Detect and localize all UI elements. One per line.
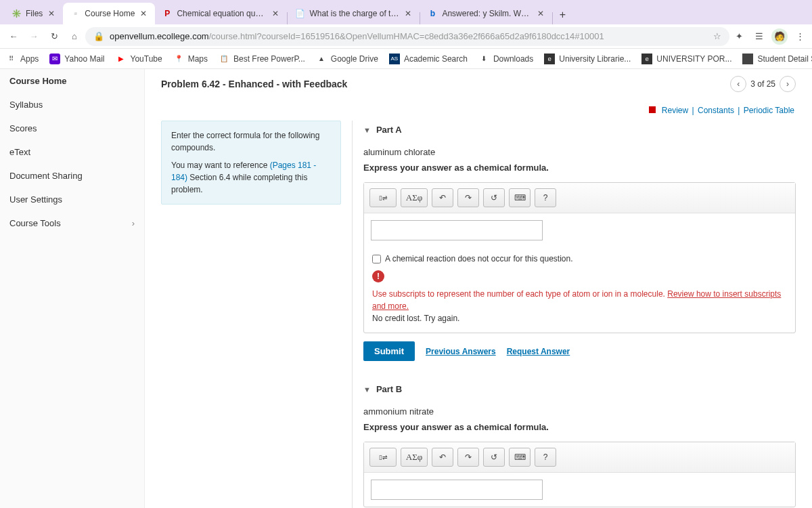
undo-button[interactable]: ↶ bbox=[432, 188, 453, 207]
help-button[interactable]: ? bbox=[535, 448, 556, 467]
keyboard-button[interactable]: ⌨ bbox=[509, 448, 531, 467]
detail-icon: ◼ bbox=[742, 54, 753, 64]
greek-button[interactable]: ΑΣφ bbox=[401, 448, 428, 467]
tab-title: Answered: y Skilm. Whing Dra bbox=[442, 9, 532, 18]
url-text: openvellum.ecollege.com/course.html?cour… bbox=[110, 31, 604, 41]
redo-button[interactable]: ↷ bbox=[457, 448, 479, 467]
search-icon: AS bbox=[389, 54, 400, 64]
keyboard-button[interactable]: ⌨ bbox=[509, 188, 531, 207]
bookmark-item[interactable]: ⬇Downloads bbox=[478, 54, 533, 64]
sidebar-item-scores[interactable]: Scores bbox=[0, 117, 144, 140]
files-icon: ✳️ bbox=[11, 8, 22, 19]
formula-toolbar: ▯⇌ ΑΣφ ↶ ↷ ↺ ⌨ ? bbox=[364, 442, 795, 473]
template-button[interactable]: ▯⇌ bbox=[369, 448, 397, 467]
pearson-icon: P bbox=[162, 8, 173, 19]
yahoo-icon: ✉ bbox=[49, 54, 60, 64]
bookmark-item[interactable]: eUniversity Librarie... bbox=[544, 54, 631, 64]
extensions-icon[interactable]: ✦ bbox=[731, 28, 747, 45]
sidebar-item-user-settings[interactable]: User Settings bbox=[0, 188, 144, 211]
powerp-icon: 📋 bbox=[219, 54, 229, 64]
formula-input[interactable] bbox=[371, 480, 543, 500]
no-reaction-checkbox[interactable] bbox=[372, 255, 381, 263]
browser-tab[interactable]: 📄 What is the charge of the com ✕ bbox=[288, 3, 420, 24]
profile-avatar[interactable]: 🧑 bbox=[771, 28, 788, 45]
template-button[interactable]: ▯⇌ bbox=[369, 188, 397, 207]
part-a: ▼ Part A aluminum chlorate Express your … bbox=[363, 121, 796, 361]
close-icon[interactable]: ✕ bbox=[271, 9, 280, 18]
compound-name: ammonium nitrate bbox=[363, 406, 796, 417]
reset-button[interactable]: ↺ bbox=[483, 448, 505, 467]
close-icon[interactable]: ✕ bbox=[403, 9, 413, 18]
link-periodic-table[interactable]: Periodic Table bbox=[744, 106, 794, 115]
part-a-header[interactable]: ▼ Part A bbox=[363, 121, 796, 139]
reset-button[interactable]: ↺ bbox=[483, 188, 505, 207]
close-icon[interactable]: ✕ bbox=[139, 9, 148, 18]
bookmark-item[interactable]: ▲Google Drive bbox=[316, 54, 378, 64]
sidebar-item-document-sharing[interactable]: Document Sharing bbox=[0, 164, 144, 188]
greek-button[interactable]: ΑΣφ bbox=[401, 188, 428, 207]
formula-toolbar: ▯⇌ ΑΣφ ↶ ↷ ↺ ⌨ ? bbox=[364, 183, 795, 213]
home-button[interactable]: ⌂ bbox=[65, 27, 84, 46]
new-tab-button[interactable]: + bbox=[553, 5, 572, 24]
bookmarks-bar: ⠿Apps ✉Yahoo Mail ▶YouTube 📍Maps 📋Best F… bbox=[0, 49, 812, 69]
back-button[interactable]: ← bbox=[4, 27, 23, 46]
prev-problem-button[interactable]: ‹ bbox=[730, 76, 746, 92]
bookmark-item[interactable]: 📋Best Free PowerP... bbox=[219, 54, 305, 64]
course-icon: ▫️ bbox=[70, 8, 81, 19]
bookmark-apps[interactable]: ⠿Apps bbox=[5, 54, 39, 64]
help-button[interactable]: ? bbox=[535, 188, 556, 207]
sidebar-item-course-tools[interactable]: Course Tools› bbox=[0, 211, 144, 235]
part-label: Part B bbox=[376, 384, 402, 394]
link-review[interactable]: Review bbox=[662, 106, 688, 115]
review-icon bbox=[649, 106, 656, 113]
browser-tab[interactable]: ✳️ Files ✕ bbox=[4, 3, 63, 24]
browser-tab[interactable]: P Chemical equation questions ✕ bbox=[155, 3, 287, 24]
bookmark-item[interactable]: eUNIVERSITY POR... bbox=[641, 54, 731, 64]
collapse-icon: ▼ bbox=[363, 385, 371, 394]
alert-icon: ! bbox=[372, 270, 384, 282]
browser-tab[interactable]: ▫️ Course Home ✕ bbox=[63, 3, 155, 24]
apps-icon: ⠿ bbox=[5, 54, 16, 64]
close-icon[interactable]: ✕ bbox=[536, 9, 545, 18]
sidebar-item-course-home[interactable]: Course Home bbox=[0, 69, 144, 93]
bookmark-item[interactable]: ▶YouTube bbox=[116, 54, 162, 64]
sidebar-item-etext[interactable]: eText bbox=[0, 140, 144, 164]
address-bar[interactable]: 🔒 openvellum.ecollege.com/course.html?co… bbox=[85, 27, 729, 46]
lock-icon: 🔒 bbox=[93, 31, 104, 41]
menu-icon[interactable]: ⋮ bbox=[792, 28, 808, 45]
answer-box: ▯⇌ ΑΣφ ↶ ↷ ↺ ⌨ ? bbox=[363, 442, 796, 507]
formula-input[interactable] bbox=[371, 220, 543, 240]
reload-button[interactable]: ↻ bbox=[45, 27, 64, 46]
answer-instruction: Express your answer as a chemical formul… bbox=[363, 163, 796, 173]
course-sidebar: Course Home Syllabus Scores eText Docume… bbox=[0, 69, 145, 508]
alert-message: Use subscripts to represent the number o… bbox=[372, 289, 667, 299]
problem-pager: ‹ 3 of 25 › bbox=[730, 76, 796, 92]
bookmark-item[interactable]: 📍Maps bbox=[173, 54, 208, 64]
browser-tab[interactable]: b Answered: y Skilm. Whing Dra ✕ bbox=[420, 3, 552, 24]
bookmark-item[interactable]: ◼Student Detail Sc... bbox=[742, 54, 812, 64]
browser-tab-strip: ✳️ Files ✕ ▫️ Course Home ✕ P Chemical e… bbox=[0, 0, 812, 24]
request-answer-link[interactable]: Request Answer bbox=[507, 347, 570, 356]
reading-list-icon[interactable]: ☰ bbox=[751, 28, 767, 45]
submit-button[interactable]: Submit bbox=[363, 341, 415, 361]
bookmark-item[interactable]: ✉Yahoo Mail bbox=[49, 54, 104, 64]
star-icon[interactable]: ☆ bbox=[713, 31, 721, 41]
undo-button[interactable]: ↶ bbox=[432, 448, 453, 467]
link-constants[interactable]: Constants bbox=[698, 106, 734, 115]
redo-button[interactable]: ↷ bbox=[457, 188, 479, 207]
doc-icon: 📄 bbox=[294, 8, 305, 19]
bookmark-item[interactable]: ASAcademic Search bbox=[389, 54, 468, 64]
drive-icon: ▲ bbox=[316, 54, 327, 64]
alert-note: No credit lost. Try again. bbox=[372, 314, 459, 323]
pager-text: 3 of 25 bbox=[750, 79, 775, 89]
previous-answers-link[interactable]: Previous Answers bbox=[426, 347, 496, 356]
sidebar-item-syllabus[interactable]: Syllabus bbox=[0, 93, 144, 117]
answer-instruction: Express your answer as a chemical formul… bbox=[363, 422, 796, 432]
answer-box: ▯⇌ ΑΣφ ↶ ↷ ↺ ⌨ ? A chemical reaction doe… bbox=[363, 182, 796, 333]
close-icon[interactable]: ✕ bbox=[47, 9, 56, 18]
part-b-header[interactable]: ▼ Part B bbox=[363, 380, 796, 398]
tab-title: Files bbox=[26, 9, 43, 18]
forward-button[interactable]: → bbox=[24, 27, 43, 46]
next-problem-button[interactable]: › bbox=[780, 76, 796, 92]
maps-icon: 📍 bbox=[173, 54, 184, 64]
